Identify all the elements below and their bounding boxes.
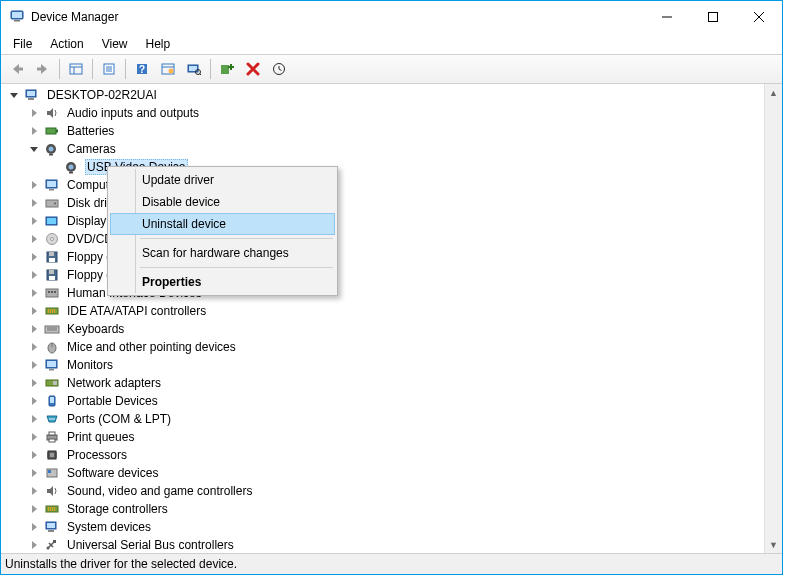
tree-item-portable[interactable]: Portable Devices bbox=[3, 392, 765, 410]
tree-item-ide[interactable]: IDE ATA/ATAPI controllers bbox=[3, 302, 765, 320]
chevron-right-icon[interactable] bbox=[27, 376, 41, 390]
tree-item-sound[interactable]: Sound, video and game controllers bbox=[3, 482, 765, 500]
tree-root-label: DESKTOP-02R2UAI bbox=[45, 88, 159, 102]
svg-point-46 bbox=[51, 238, 54, 241]
maximize-button[interactable] bbox=[690, 1, 736, 33]
chevron-right-icon[interactable] bbox=[27, 430, 41, 444]
chevron-right-icon[interactable] bbox=[27, 322, 41, 336]
tree-item-cameras[interactable]: Cameras bbox=[3, 140, 765, 158]
tree-item-software[interactable]: Software devices bbox=[3, 464, 765, 482]
cpu-icon bbox=[43, 447, 61, 463]
mouse-icon bbox=[43, 339, 61, 355]
network-icon bbox=[43, 375, 61, 391]
svg-rect-93 bbox=[52, 507, 53, 511]
tree-item-label: Monitors bbox=[65, 358, 115, 372]
svg-rect-34 bbox=[49, 154, 53, 156]
scroll-track[interactable] bbox=[765, 101, 782, 536]
toolbar-separator bbox=[59, 59, 60, 79]
tree-root[interactable]: DESKTOP-02R2UAI bbox=[3, 86, 765, 104]
tree-item-processors[interactable]: Processors bbox=[3, 446, 765, 464]
add-legacy-button[interactable] bbox=[215, 58, 239, 80]
chevron-right-icon[interactable] bbox=[27, 250, 41, 264]
svg-rect-96 bbox=[47, 523, 55, 528]
chevron-right-icon[interactable] bbox=[27, 340, 41, 354]
help-button[interactable]: ? bbox=[130, 58, 154, 80]
tree-item-mice[interactable]: Mice and other pointing devices bbox=[3, 338, 765, 356]
device-tree[interactable]: DESKTOP-02R2UAI Audio inputs and outputs… bbox=[1, 84, 765, 553]
disk-icon bbox=[43, 195, 61, 211]
chevron-down-icon[interactable] bbox=[27, 142, 41, 156]
chevron-right-icon[interactable] bbox=[27, 484, 41, 498]
svg-rect-4 bbox=[709, 13, 718, 22]
chevron-right-icon[interactable] bbox=[27, 268, 41, 282]
tree-item-storage[interactable]: Storage controllers bbox=[3, 500, 765, 518]
monitor-icon bbox=[43, 357, 61, 373]
menu-help[interactable]: Help bbox=[138, 35, 179, 53]
toolbar-separator bbox=[210, 59, 211, 79]
tree-item-monitors[interactable]: Monitors bbox=[3, 356, 765, 374]
chevron-right-icon[interactable] bbox=[27, 538, 41, 552]
tree-item-audio[interactable]: Audio inputs and outputs bbox=[3, 104, 765, 122]
svg-point-33 bbox=[49, 147, 54, 152]
chevron-right-icon[interactable] bbox=[27, 412, 41, 426]
tree-item-keyboards[interactable]: Keyboards bbox=[3, 320, 765, 338]
menu-action[interactable]: Action bbox=[42, 35, 91, 53]
chevron-right-icon[interactable] bbox=[27, 502, 41, 516]
scan-hardware-button[interactable] bbox=[182, 58, 206, 80]
ctx-item-label: Uninstall device bbox=[142, 217, 226, 231]
ctx-uninstall-device[interactable]: Uninstall device bbox=[110, 213, 335, 235]
tree-item-label: Sound, video and game controllers bbox=[65, 484, 254, 498]
close-button[interactable] bbox=[736, 1, 782, 33]
keyboard-icon bbox=[43, 321, 61, 337]
disable-button[interactable] bbox=[267, 58, 291, 80]
menubar: File Action View Help bbox=[1, 33, 782, 54]
chevron-right-icon[interactable] bbox=[27, 358, 41, 372]
chevron-right-icon[interactable] bbox=[27, 394, 41, 408]
menu-file[interactable]: File bbox=[5, 35, 40, 53]
tree-item-network[interactable]: Network adapters bbox=[3, 374, 765, 392]
update-driver-button[interactable] bbox=[156, 58, 180, 80]
uninstall-button[interactable] bbox=[241, 58, 265, 80]
ctx-update-driver[interactable]: Update driver bbox=[110, 169, 335, 191]
tree-item-print[interactable]: Print queues bbox=[3, 428, 765, 446]
tree-item-usb[interactable]: Universal Serial Bus controllers bbox=[3, 536, 765, 553]
scroll-up-arrow[interactable]: ▲ bbox=[765, 84, 782, 101]
chevron-right-icon[interactable] bbox=[27, 466, 41, 480]
scroll-down-arrow[interactable]: ▼ bbox=[765, 536, 782, 553]
ctx-properties[interactable]: Properties bbox=[110, 271, 335, 293]
floppy-icon bbox=[43, 267, 61, 283]
client-area: DESKTOP-02R2UAI Audio inputs and outputs… bbox=[1, 84, 782, 553]
printer-icon bbox=[43, 429, 61, 445]
context-menu: Update driver Disable device Uninstall d… bbox=[107, 166, 338, 296]
chevron-right-icon[interactable] bbox=[27, 106, 41, 120]
svg-rect-71 bbox=[53, 381, 57, 385]
chevron-down-icon[interactable] bbox=[7, 88, 21, 102]
chevron-right-icon[interactable] bbox=[27, 232, 41, 246]
chevron-right-icon[interactable] bbox=[27, 304, 41, 318]
chevron-right-icon[interactable] bbox=[27, 520, 41, 534]
tree-item-batteries[interactable]: Batteries bbox=[3, 122, 765, 140]
app-icon bbox=[9, 8, 25, 27]
vertical-scrollbar[interactable]: ▲ ▼ bbox=[764, 84, 782, 553]
window-title: Device Manager bbox=[31, 10, 118, 24]
tree-item-system[interactable]: System devices bbox=[3, 518, 765, 536]
menu-view[interactable]: View bbox=[94, 35, 136, 53]
chevron-right-icon[interactable] bbox=[27, 214, 41, 228]
chevron-right-icon[interactable] bbox=[27, 196, 41, 210]
chevron-right-icon[interactable] bbox=[27, 124, 41, 138]
svg-rect-51 bbox=[49, 270, 54, 274]
chevron-right-icon[interactable] bbox=[27, 448, 41, 462]
properties-button[interactable] bbox=[97, 58, 121, 80]
ctx-disable-device[interactable]: Disable device bbox=[110, 191, 335, 213]
ctx-scan-hardware[interactable]: Scan for hardware changes bbox=[110, 242, 335, 264]
svg-rect-49 bbox=[49, 258, 55, 262]
forward-button[interactable] bbox=[31, 58, 55, 80]
svg-rect-54 bbox=[48, 291, 50, 293]
chevron-right-icon[interactable] bbox=[27, 286, 41, 300]
back-button[interactable] bbox=[5, 58, 29, 80]
minimize-button[interactable] bbox=[644, 1, 690, 33]
tree-item-label: Ports (COM & LPT) bbox=[65, 412, 173, 426]
tree-item-ports[interactable]: Ports (COM & LPT) bbox=[3, 410, 765, 428]
show-hidden-button[interactable] bbox=[64, 58, 88, 80]
chevron-right-icon[interactable] bbox=[27, 178, 41, 192]
